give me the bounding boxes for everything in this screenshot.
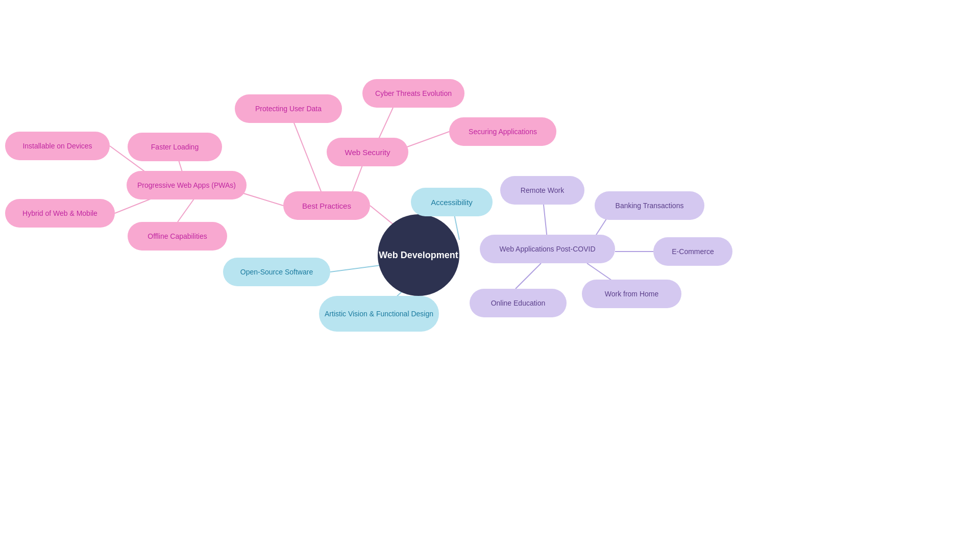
securing-apps-node[interactable]: Securing Applications: [449, 117, 556, 146]
web-apps-covid-node[interactable]: Web Applications Post-COVID: [480, 235, 615, 263]
accessibility-node[interactable]: Accessibility: [411, 188, 493, 216]
pwa-node[interactable]: Progressive Web Apps (PWAs): [127, 171, 247, 199]
artistic-vision-node[interactable]: Artistic Vision & Functional Design: [319, 296, 439, 332]
remote-work-node[interactable]: Remote Work: [500, 176, 584, 205]
center-node[interactable]: Web Development: [378, 214, 459, 296]
banking-node[interactable]: Banking Transactions: [595, 191, 704, 220]
protecting-user-data-node[interactable]: Protecting User Data: [235, 94, 342, 123]
hybrid-node[interactable]: Hybrid of Web & Mobile: [5, 199, 115, 228]
best-practices-node[interactable]: Best Practices: [283, 191, 370, 220]
ecommerce-node[interactable]: E-Commerce: [653, 237, 732, 266]
open-source-node[interactable]: Open-Source Software: [223, 258, 330, 286]
offline-node[interactable]: Offline Capabilities: [128, 222, 227, 251]
cyber-threats-node[interactable]: Cyber Threats Evolution: [362, 79, 464, 108]
web-security-node[interactable]: Web Security: [327, 138, 408, 166]
work-from-home-node[interactable]: Work from Home: [582, 280, 681, 308]
faster-loading-node[interactable]: Faster Loading: [128, 133, 222, 161]
svg-line-18: [516, 263, 541, 289]
installable-node[interactable]: Installable on Devices: [5, 132, 110, 160]
svg-line-9: [178, 199, 194, 222]
online-education-node[interactable]: Online Education: [470, 289, 567, 317]
